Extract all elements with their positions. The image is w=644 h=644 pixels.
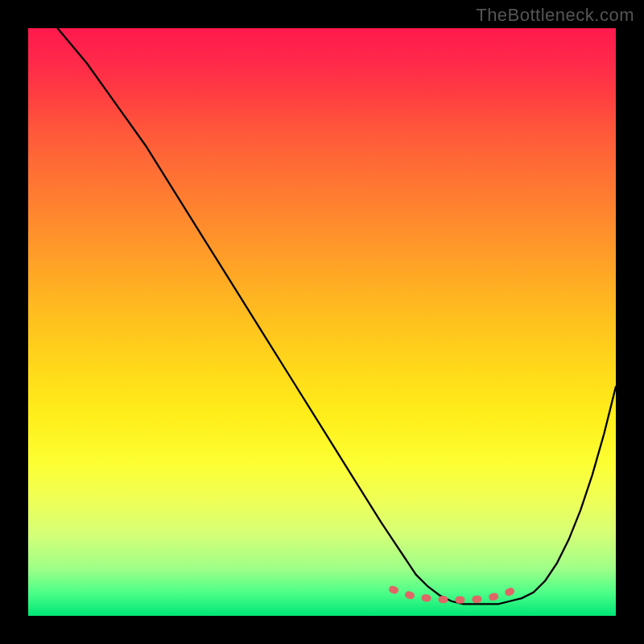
- chart-frame: TheBottleneck.com: [0, 0, 644, 644]
- main-curve-line: [58, 28, 617, 604]
- plot-area: [28, 28, 616, 616]
- chart-svg: [28, 28, 616, 616]
- dotted-low-curve: [393, 585, 522, 600]
- watermark-text: TheBottleneck.com: [476, 5, 634, 26]
